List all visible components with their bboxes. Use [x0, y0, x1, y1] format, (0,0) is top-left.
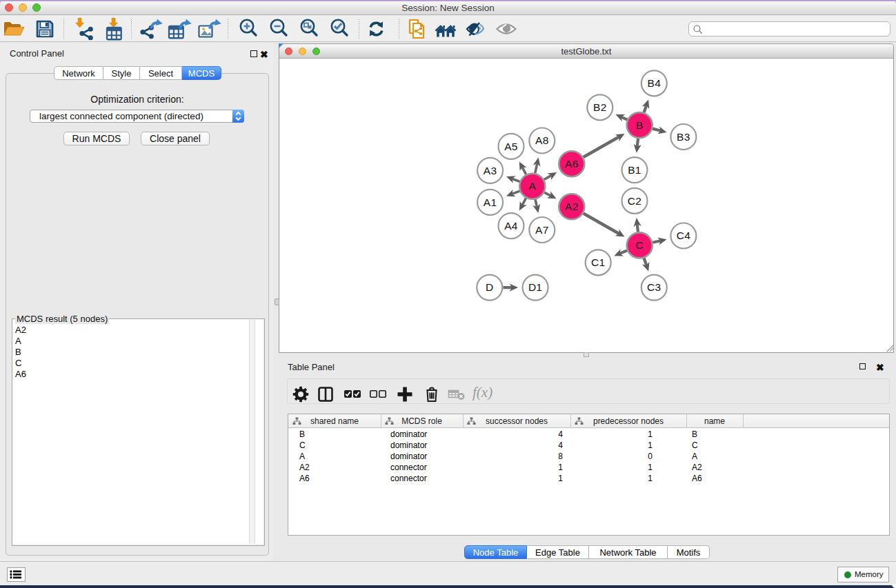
svg-text:C3: C3 [647, 281, 661, 293]
svg-text:A2: A2 [565, 201, 579, 212]
svg-text:A4: A4 [504, 220, 518, 232]
svg-text:B3: B3 [677, 131, 690, 143]
svg-text:A5: A5 [504, 141, 518, 152]
svg-text:B4: B4 [648, 77, 661, 89]
svg-text:B: B [636, 119, 644, 131]
svg-text:A6: A6 [565, 158, 579, 170]
svg-text:D1: D1 [528, 281, 542, 293]
svg-text:A7: A7 [535, 224, 549, 236]
svg-text:A: A [528, 180, 536, 192]
svg-text:B1: B1 [628, 164, 641, 176]
svg-text:A3: A3 [484, 165, 497, 176]
svg-text:A8: A8 [535, 134, 549, 146]
svg-text:C4: C4 [677, 230, 690, 241]
svg-text:B2: B2 [593, 101, 607, 113]
svg-text:D: D [486, 281, 494, 293]
svg-text:C1: C1 [591, 256, 605, 268]
svg-text:A1: A1 [484, 196, 497, 208]
svg-text:C: C [635, 239, 644, 251]
svg-text:C2: C2 [628, 195, 641, 207]
